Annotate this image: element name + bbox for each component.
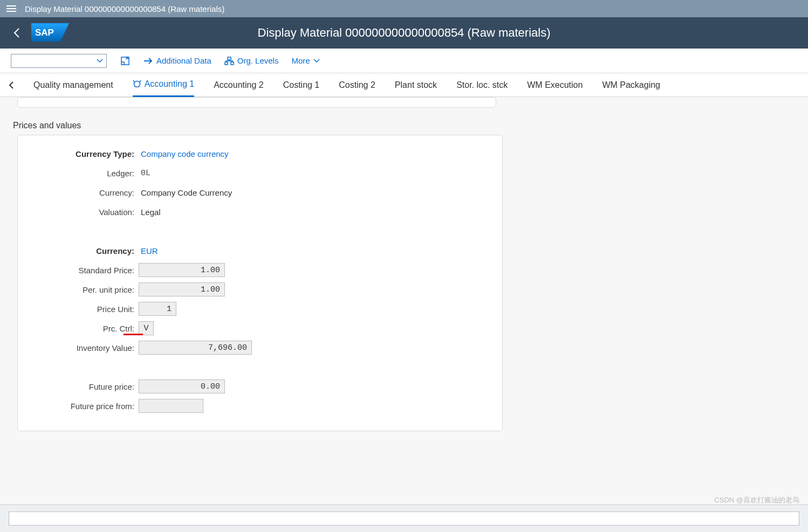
- sap-logo: SAP: [31, 23, 69, 43]
- label-price-unit: Price Unit:: [31, 305, 139, 314]
- content-area: Prices and values Currency Type: Company…: [0, 97, 808, 453]
- svg-point-5: [134, 81, 140, 87]
- prev-section-panel-edge: [17, 97, 496, 108]
- value-currency-desc: Company Code Currency: [139, 188, 232, 197]
- value-valuation: Legal: [139, 208, 161, 217]
- label-prc-ctrl: Prc. Ctrl:: [31, 324, 139, 333]
- tab-stor-loc-stck[interactable]: Stor. loc. stck: [456, 73, 508, 97]
- tab-wm-packaging[interactable]: WM Packaging: [602, 73, 660, 97]
- additional-data-button[interactable]: Additional Data: [143, 56, 211, 65]
- top-title: Display Material 000000000000000854 (Raw…: [25, 4, 224, 13]
- back-button[interactable]: [6, 23, 27, 43]
- value-ledger: 0L: [139, 169, 150, 178]
- header-bar: SAP Display Material 000000000000000854 …: [0, 17, 808, 49]
- label-inventory-value: Inventory Value:: [31, 343, 139, 353]
- views-dropdown[interactable]: [11, 54, 107, 68]
- svg-rect-3: [225, 62, 228, 65]
- label-future-price-from: Future price from:: [31, 402, 139, 411]
- input-price-unit[interactable]: 1: [139, 302, 176, 316]
- value-currency-type[interactable]: Company code currency: [139, 149, 229, 158]
- value-currency[interactable]: EUR: [139, 246, 158, 255]
- prices-panel: Currency Type: Company code currency Led…: [17, 135, 503, 431]
- label-currency: Currency:: [31, 246, 139, 255]
- label-future-price: Future price:: [31, 382, 139, 391]
- page-title: Display Material 000000000000000854 (Raw…: [258, 26, 551, 40]
- svg-rect-2: [228, 57, 231, 60]
- input-future-price-from[interactable]: [139, 399, 203, 413]
- tab-quality-management[interactable]: Quality management: [33, 73, 113, 97]
- tab-accounting-1[interactable]: Accounting 1: [133, 73, 195, 97]
- tabs-prev-arrow[interactable]: [9, 81, 14, 89]
- tab-accounting-2[interactable]: Accounting 2: [214, 73, 264, 97]
- label-ledger: Ledger:: [31, 169, 139, 178]
- label-currency-type: Currency Type:: [31, 149, 139, 158]
- org-levels-label: Org. Levels: [237, 56, 279, 65]
- annotation-redline: [124, 334, 143, 335]
- org-levels-button[interactable]: Org. Levels: [224, 56, 279, 65]
- tab-active-icon: [133, 79, 141, 89]
- additional-data-label: Additional Data: [156, 56, 211, 65]
- label-standard-price: Standard Price:: [31, 266, 139, 275]
- svg-rect-4: [231, 62, 234, 65]
- input-future-price[interactable]: 0.00: [139, 379, 225, 393]
- tab-costing-1[interactable]: Costing 1: [283, 73, 320, 97]
- label-per-unit-price: Per. unit price:: [31, 285, 139, 294]
- top-bar: Display Material 000000000000000854 (Raw…: [0, 0, 808, 17]
- input-per-unit-price[interactable]: 1.00: [139, 282, 225, 296]
- label-currency-desc: Currency:: [31, 188, 139, 197]
- input-standard-price[interactable]: 1.00: [139, 263, 225, 277]
- section-title-prices: Prices and values: [13, 121, 797, 130]
- tab-costing-2[interactable]: Costing 2: [339, 73, 375, 97]
- input-inventory-value[interactable]: 7,696.00: [139, 341, 252, 355]
- more-label: More: [291, 56, 310, 65]
- tab-plant-stock[interactable]: Plant stock: [395, 73, 437, 97]
- label-valuation: Valuation:: [31, 208, 139, 217]
- layout-icon-button[interactable]: [120, 56, 131, 66]
- toolbar: Additional Data Org. Levels More: [0, 49, 808, 73]
- tab-wm-execution[interactable]: WM Execution: [527, 73, 583, 97]
- menu-icon[interactable]: [6, 5, 16, 12]
- tabs: Quality management Accounting 1 Accounti…: [0, 73, 808, 97]
- svg-text:SAP: SAP: [35, 27, 54, 38]
- more-button[interactable]: More: [291, 56, 319, 65]
